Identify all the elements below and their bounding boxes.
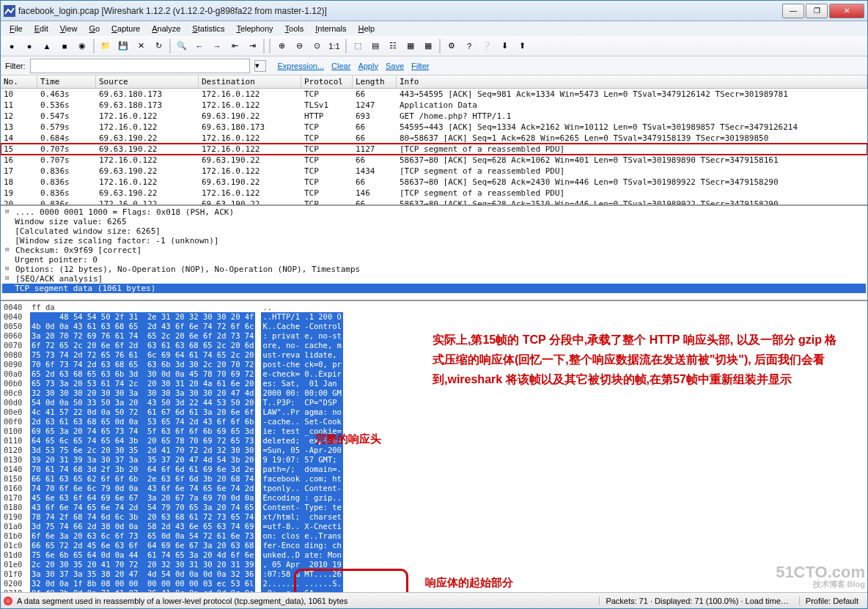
toolbar-btn-1[interactable]: ● (21, 38, 37, 54)
hex-row[interactable]: 01a03d 75 74 66 2d 38 0d 0a 58 2d 43 6e … (4, 522, 867, 531)
menu-tools[interactable]: Tools (281, 23, 309, 34)
minimize-button[interactable]: — (782, 4, 804, 18)
menu-analyze[interactable]: Analyze (147, 23, 185, 34)
detail-line[interactable]: [SEQ/ACK analysis] (2, 274, 866, 284)
hex-row[interactable]: 01e02c 20 30 35 20 41 70 72 20 32 30 31 … (4, 560, 867, 569)
detail-line[interactable]: Window size value: 6265 (2, 217, 866, 226)
toolbar-btn-24[interactable]: ⚙ (444, 38, 460, 54)
hex-row[interactable]: 011064 65 6c 65 74 65 64 3b 20 65 78 70 … (4, 436, 867, 446)
detail-line[interactable]: [Window size scaling factor: -1 (unknown… (2, 236, 866, 246)
toolbar-btn-9[interactable]: 🔍 (174, 38, 190, 54)
packet-row[interactable]: 190.836s69.63.190.22172.16.0.122TCP146[T… (1, 188, 867, 199)
hex-row[interactable]: 01c066 65 72 2d 45 6e 63 6f 64 69 6e 67 … (4, 541, 867, 550)
hex-row[interactable]: 00c032 30 30 30 20 30 30 3a 30 30 3a 30 … (4, 388, 867, 398)
toolbar-btn-27[interactable]: ⬇ (496, 38, 512, 54)
menu-edit[interactable]: Edit (30, 23, 53, 34)
packet-row[interactable]: 200.836s172.16.0.12269.63.190.22TCP66586… (1, 199, 867, 206)
filter-link-expression[interactable]: Expression... (278, 62, 325, 70)
hex-row[interactable]: 016074 70 6f 6e 6c 79 0d 0a 43 6f 6e 74 … (4, 484, 867, 493)
packet-row[interactable]: 160.707s172.16.0.12269.63.190.22TCP66586… (1, 155, 867, 166)
hex-row[interactable]: 018043 6f 6e 74 65 6e 74 2d 54 79 70 65 … (4, 503, 867, 512)
toolbar-btn-28[interactable]: ⬆ (514, 38, 530, 54)
toolbar-btn-16[interactable]: ⊖ (291, 38, 307, 54)
detail-line[interactable]: .... 0000 0001 1000 = Flags: 0x018 (PSH,… (2, 207, 866, 217)
detail-line[interactable]: Options: (12 bytes), No-Operation (NOP),… (2, 265, 866, 274)
filter-input[interactable] (30, 59, 250, 73)
packet-row[interactable]: 110.536s69.63.180.173172.16.0.122TLSv112… (1, 100, 867, 111)
hex-row[interactable]: 01b06f 6e 3a 20 63 6c 6f 73 65 0d 0a 54 … (4, 531, 867, 541)
toolbar-btn-0[interactable]: ● (4, 38, 20, 54)
toolbar-btn-22[interactable]: ▦ (402, 38, 419, 54)
toolbar-btn-18[interactable]: 1:1 (326, 38, 342, 54)
filter-link-filter[interactable]: Filter (411, 62, 429, 70)
packet-row[interactable]: 120.547s172.16.0.12269.63.190.22HTTP693G… (1, 111, 867, 122)
toolbar-btn-2[interactable]: ▲ (39, 38, 55, 54)
hex-row[interactable]: 019078 74 2f 68 74 6d 6c 3b 20 63 68 61 … (4, 512, 867, 522)
maximize-button[interactable]: ❐ (806, 4, 828, 18)
col-protocol[interactable]: Protocol (301, 75, 353, 88)
menu-internals[interactable]: Internals (311, 23, 350, 34)
packet-details-pane[interactable]: .... 0000 0001 1000 = Flags: 0x018 (PSH,… (1, 206, 867, 301)
hex-row[interactable]: 00e04c 41 57 22 0d 0a 50 72 61 67 6d 61 … (4, 407, 867, 417)
packet-row[interactable]: 170.836s69.63.190.22172.16.0.122TCP1434[… (1, 166, 867, 177)
col-no.[interactable]: No. (1, 75, 37, 88)
toolbar-btn-26[interactable]: ❔ (479, 38, 495, 54)
hex-row[interactable]: 0040ff da .. (4, 303, 867, 312)
packet-row[interactable]: 130.579s172.16.0.12269.63.180.173TCP6654… (1, 122, 867, 133)
detail-line[interactable]: [Calculated window size: 6265] (2, 226, 866, 236)
toolbar-btn-15[interactable]: ⊕ (273, 38, 290, 54)
menu-file[interactable]: File (5, 23, 27, 34)
col-length[interactable]: Length (353, 75, 397, 88)
menu-telephony[interactable]: Telephony (232, 23, 277, 34)
toolbar-btn-5[interactable]: 📁 (98, 38, 114, 54)
col-destination[interactable]: Destination (199, 75, 301, 88)
detail-line[interactable]: TCP segment data (1061 bytes) (2, 284, 866, 293)
toolbar-btn-23[interactable]: ▦ (420, 38, 436, 54)
toolbar-btn-11[interactable]: → (209, 38, 225, 54)
packet-row[interactable]: 100.463s69.63.180.173172.16.0.122TCP6644… (1, 89, 867, 100)
menu-help[interactable]: Help (353, 23, 379, 34)
filter-link-save[interactable]: Save (386, 62, 404, 70)
toolbar-btn-6[interactable]: 💾 (115, 38, 131, 54)
detail-line[interactable]: Checksum: 0x9f69 [correct] (2, 246, 866, 255)
toolbar-btn-3[interactable]: ■ (56, 38, 73, 54)
menu-go[interactable]: Go (84, 23, 104, 34)
toolbar-btn-7[interactable]: ✕ (133, 38, 149, 54)
toolbar-btn-12[interactable]: ⇤ (227, 38, 243, 54)
packet-row[interactable]: 140.684s69.63.190.22172.16.0.122TCP6680→… (1, 133, 867, 144)
close-button[interactable]: ✕ (829, 4, 864, 18)
hex-row[interactable]: 013039 20 31 39 3a 30 37 3a 35 37 20 47 … (4, 455, 867, 465)
hex-row[interactable]: 00f02d 63 61 63 68 65 0d 0a 53 65 74 2d … (4, 417, 867, 427)
packet-row[interactable]: 180.836s172.16.0.12269.63.190.22TCP66586… (1, 177, 867, 188)
toolbar-btn-21[interactable]: ☷ (385, 38, 401, 54)
filter-link-apply[interactable]: Apply (358, 62, 378, 70)
hex-row[interactable]: 017045 6e 63 6f 64 69 6e 67 3a 20 67 7a … (4, 493, 867, 503)
toolbar-btn-20[interactable]: ▤ (367, 38, 383, 54)
detail-line[interactable]: Urgent pointer: 0 (2, 255, 866, 265)
filter-link-clear[interactable]: Clear (331, 62, 350, 70)
toolbar-btn-13[interactable]: ⇥ (244, 38, 260, 54)
col-source[interactable]: Source (96, 75, 199, 88)
hex-row[interactable]: 00d054 0d 0a 50 33 50 3a 20 43 50 3d 22 … (4, 398, 867, 407)
hex-row[interactable]: 0040 48 54 54 50 2f 31 2e 31 20 32 30 30… (4, 312, 867, 322)
packet-row[interactable]: 150.707s69.63.190.22172.16.0.122TCP1127[… (1, 144, 867, 155)
expert-info-icon[interactable] (4, 597, 12, 605)
toolbar-btn-17[interactable]: ⊙ (309, 38, 325, 54)
packet-list-pane[interactable]: No.TimeSourceDestinationProtocolLengthIn… (1, 75, 867, 206)
toolbar-btn-8[interactable]: ↻ (150, 38, 166, 54)
status-profile[interactable]: Profile: Default (799, 597, 864, 605)
col-info[interactable]: Info (397, 75, 867, 88)
col-time[interactable]: Time (37, 75, 96, 88)
menu-capture[interactable]: Capture (107, 23, 144, 34)
toolbar-btn-25[interactable]: ? (461, 38, 477, 54)
toolbar-btn-19[interactable]: ⬚ (350, 38, 366, 54)
toolbar-btn-4[interactable]: ◉ (74, 38, 90, 54)
filter-dropdown-icon[interactable]: ▾ (254, 60, 266, 72)
menu-statistics[interactable]: Statistics (188, 23, 229, 34)
menu-view[interactable]: View (56, 23, 82, 34)
toolbar-btn-10[interactable]: ← (191, 38, 207, 54)
hex-row[interactable]: 01203d 53 75 6e 2c 20 30 35 2d 41 70 72 … (4, 446, 867, 455)
hex-row[interactable]: 010069 65 3a 20 74 65 73 74 5f 63 6f 6f … (4, 427, 867, 436)
hex-row[interactable]: 015066 61 63 65 62 6f 6f 6b 2e 63 6f 6d … (4, 474, 867, 484)
hex-row[interactable]: 014070 61 74 68 3d 2f 3b 20 64 6f 6d 61 … (4, 465, 867, 474)
